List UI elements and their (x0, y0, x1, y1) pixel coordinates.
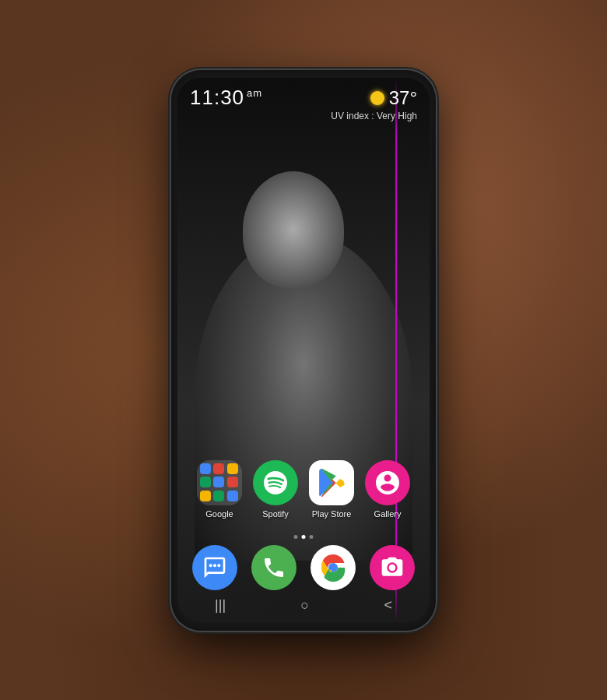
spotify-label: Spotify (262, 509, 289, 519)
svg-point-2 (217, 564, 220, 567)
time-value: 11:30 (190, 86, 244, 109)
status-bar: 11:30am 37° UV index : Very High (177, 78, 430, 140)
spotify-icon-img[interactable] (253, 460, 298, 505)
playstore-logo-svg (318, 469, 346, 497)
back-button[interactable]: < (384, 597, 392, 614)
clock-display: 11:30am (190, 87, 262, 107)
gfolder-dot-8 (213, 491, 224, 501)
gfolder-dot-4 (200, 477, 211, 487)
spotify-app-icon[interactable]: Spotify (253, 460, 298, 519)
google-folder-img[interactable] (197, 460, 242, 505)
gfolder-dot-5 (213, 477, 224, 487)
gfolder-dot-9 (227, 491, 238, 501)
messages-dock-icon[interactable] (192, 545, 237, 590)
sun-icon (370, 91, 384, 105)
weather-top-row: 37° (370, 87, 417, 109)
gallery-app-icon[interactable]: Gallery (365, 460, 410, 519)
gfolder-dot-7 (200, 491, 211, 501)
camera-svg (380, 555, 405, 580)
spotify-logo-svg (261, 469, 289, 497)
weather-widget: 37° UV index : Very High (331, 87, 417, 121)
recents-button[interactable]: ||| (215, 597, 226, 614)
gfolder-dot-1 (200, 463, 211, 474)
google-folder-label: Google (205, 509, 233, 519)
playstore-label: Play Store (312, 509, 352, 519)
svg-point-4 (398, 561, 401, 563)
messages-svg (202, 555, 227, 580)
temperature-display: 37° (389, 87, 417, 109)
uv-index-display: UV index : Very High (331, 111, 417, 121)
navigation-bar: ||| ○ < (177, 592, 430, 623)
playstore-app-icon[interactable]: Play Store (309, 460, 354, 519)
app-area: Google Spotify (177, 460, 430, 529)
gfolder-dot-6 (227, 477, 238, 487)
phone-dock-icon[interactable] (251, 545, 296, 590)
camera-dock-icon[interactable] (370, 545, 415, 590)
phone-device: 11:30am 37° UV index : Very High (171, 70, 436, 631)
bottom-dock (177, 545, 430, 590)
svg-point-0 (209, 564, 212, 567)
gfolder-dot-2 (213, 463, 224, 474)
screen-defect-line (395, 78, 397, 623)
playstore-icon-img[interactable] (309, 460, 354, 505)
page-dot-2 (302, 535, 306, 539)
chrome-dock-icon[interactable] (311, 545, 356, 590)
chrome-svg (319, 554, 347, 582)
gfolder-dot-3 (227, 463, 238, 474)
phone-screen: 11:30am 37° UV index : Very High (177, 78, 430, 623)
page-indicator (294, 535, 314, 539)
gallery-icon-img[interactable] (365, 460, 410, 505)
home-button[interactable]: ○ (300, 597, 309, 614)
page-dot-1 (294, 535, 298, 539)
time-block: 11:30am (190, 87, 262, 107)
gallery-label: Gallery (374, 509, 402, 519)
svg-point-1 (213, 564, 216, 567)
page-dot-3 (310, 535, 314, 539)
phone-svg (261, 555, 286, 580)
wallpaper (177, 78, 430, 623)
google-folder-icon[interactable]: Google (197, 460, 242, 519)
ampm-value: am (247, 87, 262, 99)
app-row-main: Google Spotify (185, 460, 422, 519)
gallery-logo-svg (374, 469, 402, 497)
wallpaper-person-head (243, 171, 344, 288)
